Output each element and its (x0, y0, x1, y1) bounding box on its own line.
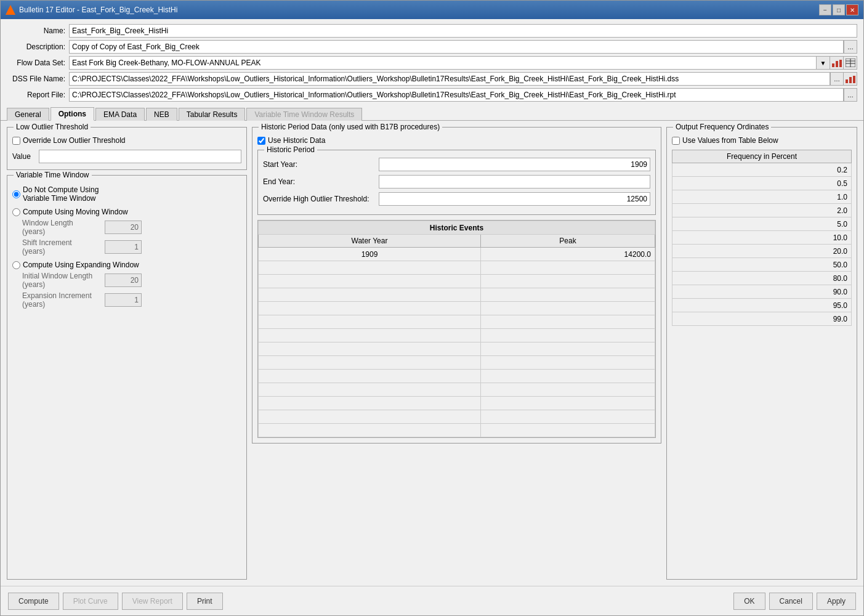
table-row[interactable] (259, 302, 655, 315)
maximize-button[interactable]: □ (833, 4, 845, 15)
water-year-cell[interactable] (259, 424, 481, 437)
peak-cell[interactable] (480, 342, 655, 356)
peak-cell[interactable]: 14200.0 (480, 248, 655, 261)
tab-ema-data[interactable]: EMA Data (95, 108, 145, 121)
flow-data-set-label: Flow Data Set: (7, 59, 65, 67)
apply-button[interactable]: Apply (817, 593, 856, 610)
table-row[interactable] (259, 397, 655, 410)
tab-neb[interactable]: NEB (146, 108, 177, 121)
peak-cell[interactable] (480, 397, 655, 410)
report-browse-button[interactable]: … (844, 88, 857, 102)
list-item: 5.0 (672, 217, 852, 231)
compute-button[interactable]: Compute (8, 593, 59, 610)
use-historic-label: Use Historic Data (268, 136, 325, 145)
use-values-checkbox[interactable] (672, 137, 680, 145)
water-year-cell[interactable] (259, 383, 481, 397)
peak-cell[interactable] (480, 356, 655, 370)
close-button[interactable]: ✕ (846, 4, 858, 15)
water-year-cell[interactable] (259, 315, 481, 329)
frequency-value: 1.0 (672, 190, 852, 204)
left-panel: Low Outlier Threshold Override Low Outli… (7, 127, 247, 580)
water-year-cell[interactable] (259, 329, 481, 342)
water-year-cell[interactable]: 1909 (259, 248, 481, 261)
peak-cell[interactable] (480, 275, 655, 288)
print-button[interactable]: Print (187, 593, 223, 610)
end-year-input[interactable] (379, 175, 650, 188)
vtw-option2-radio[interactable] (12, 208, 20, 216)
tab-general[interactable]: General (7, 108, 49, 121)
report-file-input[interactable] (69, 88, 844, 102)
peak-cell[interactable] (480, 288, 655, 302)
water-year-cell[interactable] (259, 397, 481, 410)
table-row[interactable] (259, 424, 655, 437)
peak-cell[interactable] (480, 302, 655, 315)
dss-file-input[interactable] (69, 72, 830, 86)
table-row[interactable] (259, 275, 655, 288)
water-year-cell[interactable] (259, 261, 481, 275)
tab-variable-time-window[interactable]: Variable Time Window Results (246, 108, 362, 121)
historic-period-group: Historic Period Start Year: End Year: Ov… (257, 150, 656, 215)
cancel-button[interactable]: Cancel (769, 593, 813, 610)
vtw-option3-radio[interactable] (12, 261, 20, 269)
peak-cell[interactable] (480, 383, 655, 397)
table-row[interactable] (259, 261, 655, 275)
expansion-input[interactable] (105, 293, 142, 307)
override-checkbox-row: Override Low Outlier Threshold (12, 136, 241, 145)
vtw-option1-radio[interactable] (12, 190, 20, 198)
window-length-input[interactable] (105, 221, 142, 234)
table-row[interactable] (259, 315, 655, 329)
view-report-button[interactable]: View Report (122, 593, 183, 610)
description-browse-button[interactable]: … (844, 40, 857, 54)
use-historic-checkbox[interactable] (257, 137, 265, 145)
vtw-option1-section: Do Not Compute Using Variable Time Windo… (12, 185, 241, 203)
dss-chart-button[interactable] (844, 72, 857, 86)
plot-curve-button[interactable]: Plot Curve (63, 593, 118, 610)
table-row[interactable] (259, 288, 655, 302)
frequency-value: 50.0 (672, 258, 852, 272)
water-year-cell[interactable] (259, 410, 481, 424)
description-input[interactable] (69, 40, 844, 54)
peak-cell[interactable] (480, 329, 655, 342)
start-year-input[interactable] (379, 158, 650, 171)
peak-cell[interactable] (480, 261, 655, 275)
initial-window-label: Initial Window Length(years) (22, 272, 102, 289)
flow-chart-button[interactable] (830, 56, 844, 70)
flow-data-set-dropdown-button[interactable]: ▼ (817, 56, 830, 70)
flow-table-button[interactable] (844, 56, 857, 70)
minimize-button[interactable]: − (819, 4, 831, 15)
tab-options[interactable]: Options (50, 107, 94, 121)
water-year-cell[interactable] (259, 342, 481, 356)
vtw-title: Variable Time Window (14, 171, 92, 179)
tab-tabular-results[interactable]: Tabular Results (179, 108, 246, 121)
override-high-outlier-input[interactable] (379, 192, 650, 206)
water-year-cell[interactable] (259, 356, 481, 370)
table-row[interactable] (259, 329, 655, 342)
initial-window-input[interactable] (105, 274, 142, 287)
peak-cell[interactable] (480, 424, 655, 437)
water-year-cell[interactable] (259, 370, 481, 383)
table-row[interactable] (259, 370, 655, 383)
override-low-outlier-checkbox[interactable] (12, 137, 20, 145)
shift-increment-input[interactable] (105, 240, 142, 254)
middle-panel: Historic Period Data (only used with B17… (252, 127, 661, 580)
table-row[interactable] (259, 383, 655, 397)
name-input[interactable] (69, 24, 857, 38)
table-row[interactable] (259, 356, 655, 370)
vtw-group: Variable Time Window Do Not Compute Usin… (7, 175, 247, 580)
peak-cell[interactable] (480, 410, 655, 424)
ok-button[interactable]: OK (733, 593, 765, 610)
dss-browse-button[interactable]: … (830, 72, 844, 86)
flow-data-set-input[interactable] (69, 56, 817, 70)
table-row[interactable] (259, 342, 655, 356)
water-year-cell[interactable] (259, 288, 481, 302)
peak-cell[interactable] (480, 370, 655, 383)
low-outlier-value-input[interactable] (39, 150, 241, 163)
peak-cell[interactable] (480, 315, 655, 329)
flow-data-set-group: ▼ (69, 56, 857, 70)
water-year-cell[interactable] (259, 275, 481, 288)
water-year-cell[interactable] (259, 302, 481, 315)
main-window: Bulletin 17 Editor - East_Fork_Big_Creek… (0, 0, 864, 616)
table-row[interactable] (259, 410, 655, 424)
bottom-bar: Compute Plot Curve View Report Print OK … (1, 586, 863, 615)
table-row[interactable]: 190914200.0 (259, 248, 655, 261)
